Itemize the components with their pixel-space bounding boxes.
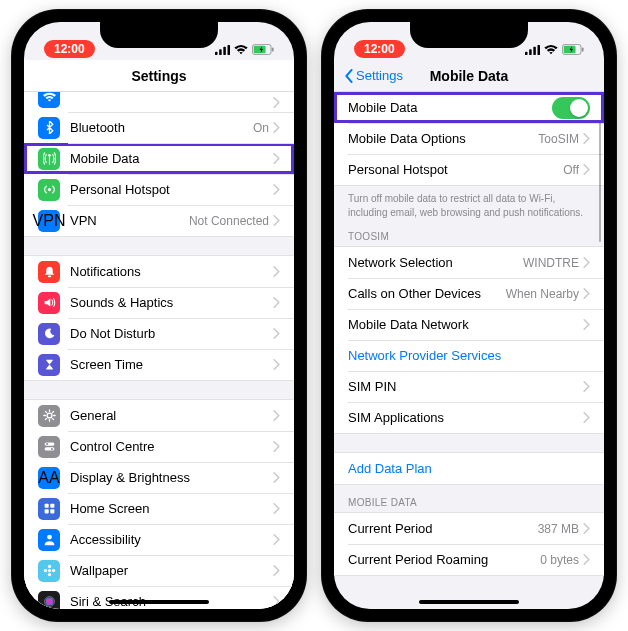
svg-point-7 bbox=[48, 154, 51, 157]
back-label: Settings bbox=[356, 68, 403, 83]
chevron-right-icon bbox=[273, 359, 280, 370]
row-label: Accessibility bbox=[70, 532, 273, 547]
gear-icon bbox=[38, 405, 60, 427]
back-button[interactable]: Settings bbox=[344, 68, 403, 83]
chevron-right-icon bbox=[583, 412, 590, 423]
row-personal-hotspot[interactable]: Personal HotspotOff bbox=[334, 154, 604, 185]
settings-list[interactable]: BluetoothOnMobile DataPersonal HotspotVP… bbox=[24, 92, 294, 609]
svg-rect-17 bbox=[44, 509, 48, 513]
svg-rect-18 bbox=[50, 509, 54, 513]
svg-point-22 bbox=[47, 573, 50, 576]
speaker-icon bbox=[38, 292, 60, 314]
row-sim-applications[interactable]: SIM Applications bbox=[334, 402, 604, 433]
settings-row-mobile-data[interactable]: Mobile Data bbox=[24, 143, 294, 174]
settings-row-display-brightness[interactable]: AADisplay & Brightness bbox=[24, 462, 294, 493]
row-mobile-data[interactable]: Mobile Data bbox=[334, 92, 604, 123]
hotspot-icon bbox=[38, 179, 60, 201]
recording-time-pill: 12:00 bbox=[44, 40, 95, 58]
svg-point-20 bbox=[47, 569, 50, 572]
row-label: Personal Hotspot bbox=[348, 162, 563, 177]
row-network-provider-services[interactable]: Network Provider Services bbox=[334, 340, 604, 371]
svg-rect-5 bbox=[254, 46, 266, 54]
chevron-right-icon bbox=[273, 97, 280, 108]
svg-rect-1 bbox=[219, 49, 222, 55]
svg-rect-6 bbox=[272, 47, 274, 51]
chevron-right-icon bbox=[273, 472, 280, 483]
signal-icon bbox=[525, 44, 540, 58]
chevron-right-icon bbox=[273, 596, 280, 607]
battery-icon bbox=[252, 44, 274, 58]
settings-row-do-not-disturb[interactable]: Do Not Disturb bbox=[24, 318, 294, 349]
row-label: Bluetooth bbox=[70, 120, 253, 135]
settings-row-general[interactable]: General bbox=[24, 400, 294, 431]
settings-row-bluetooth[interactable]: BluetoothOn bbox=[24, 112, 294, 143]
row-current-period[interactable]: Current Period387 MB bbox=[334, 513, 604, 544]
row-label: Current Period Roaming bbox=[348, 552, 540, 567]
row-calls-on-other-devices[interactable]: Calls on Other DevicesWhen Nearby bbox=[334, 278, 604, 309]
svg-rect-16 bbox=[50, 504, 54, 508]
bluetooth-icon bbox=[38, 117, 60, 139]
settings-row-vpn[interactable]: VPNVPNNot Connected bbox=[24, 205, 294, 236]
home-indicator[interactable] bbox=[109, 600, 209, 604]
row-mobile-data-options[interactable]: Mobile Data OptionsTooSIM bbox=[334, 123, 604, 154]
row-current-period-roaming[interactable]: Current Period Roaming0 bytes bbox=[334, 544, 604, 575]
toggle-switch[interactable] bbox=[552, 97, 590, 119]
settings-row-wallpaper[interactable]: Wallpaper bbox=[24, 555, 294, 586]
phone-left-settings: 12:00 Settings BluetoothOnMobile DataPer… bbox=[12, 10, 306, 621]
svg-point-23 bbox=[43, 569, 46, 572]
svg-rect-32 bbox=[564, 46, 576, 54]
mobile-data-list[interactable]: Mobile DataMobile Data OptionsTooSIMPers… bbox=[334, 92, 604, 609]
row-label: Mobile Data bbox=[348, 100, 552, 115]
svg-rect-2 bbox=[223, 47, 226, 55]
svg-point-8 bbox=[47, 188, 50, 191]
group-header-mobile-data: MOBILE DATA bbox=[334, 485, 604, 512]
chevron-right-icon bbox=[583, 164, 590, 175]
svg-rect-30 bbox=[538, 45, 541, 55]
settings-row-home-screen[interactable]: Home Screen bbox=[24, 493, 294, 524]
settings-row-siri-search[interactable]: Siri & Search bbox=[24, 586, 294, 609]
chevron-right-icon bbox=[583, 257, 590, 268]
row-label: VPN bbox=[70, 213, 189, 228]
settings-row-notifications[interactable]: Notifications bbox=[24, 256, 294, 287]
row-value: Off bbox=[563, 163, 579, 177]
flower-icon bbox=[38, 560, 60, 582]
aa-icon: AA bbox=[38, 467, 60, 489]
row-label: Do Not Disturb bbox=[70, 326, 273, 341]
svg-rect-3 bbox=[228, 45, 231, 55]
svg-rect-27 bbox=[525, 52, 528, 55]
row-mobile-data-network[interactable]: Mobile Data Network bbox=[334, 309, 604, 340]
home-indicator[interactable] bbox=[419, 600, 519, 604]
row-value: TooSIM bbox=[538, 132, 579, 146]
settings-row-screen-time[interactable]: Screen Time bbox=[24, 349, 294, 380]
screen: 12:00 Settings Mobile Data Mobile DataMo… bbox=[334, 22, 604, 609]
bell-icon bbox=[38, 261, 60, 283]
hourglass-icon bbox=[38, 354, 60, 376]
row-label: Wallpaper bbox=[70, 563, 273, 578]
row-network-selection[interactable]: Network SelectionWINDTRE bbox=[334, 247, 604, 278]
nav-bar: Settings bbox=[24, 60, 294, 92]
settings-row-wifi[interactable] bbox=[24, 92, 294, 112]
row-label: General bbox=[70, 408, 273, 423]
chevron-right-icon bbox=[273, 153, 280, 164]
antenna-icon bbox=[38, 148, 60, 170]
battery-icon bbox=[562, 44, 584, 58]
page-title: Mobile Data bbox=[430, 68, 509, 84]
settings-row-accessibility[interactable]: Accessibility bbox=[24, 524, 294, 555]
settings-row-control-centre[interactable]: Control Centre bbox=[24, 431, 294, 462]
wifi-icon bbox=[544, 44, 558, 58]
row-value: 0 bytes bbox=[540, 553, 579, 567]
row-label: Current Period bbox=[348, 521, 538, 536]
row-label: SIM Applications bbox=[348, 410, 583, 425]
settings-row-sounds-haptics[interactable]: Sounds & Haptics bbox=[24, 287, 294, 318]
chevron-right-icon bbox=[273, 410, 280, 421]
row-label: Mobile Data Options bbox=[348, 131, 538, 146]
settings-row-personal-hotspot[interactable]: Personal Hotspot bbox=[24, 174, 294, 205]
row-sim-pin[interactable]: SIM PIN bbox=[334, 371, 604, 402]
svg-rect-28 bbox=[529, 49, 532, 55]
chevron-right-icon bbox=[583, 523, 590, 534]
recording-time-pill: 12:00 bbox=[354, 40, 405, 58]
row-add-data-plan[interactable]: Add Data Plan bbox=[334, 453, 604, 484]
svg-rect-29 bbox=[533, 47, 536, 55]
chevron-right-icon bbox=[583, 133, 590, 144]
chevron-right-icon bbox=[273, 215, 280, 226]
